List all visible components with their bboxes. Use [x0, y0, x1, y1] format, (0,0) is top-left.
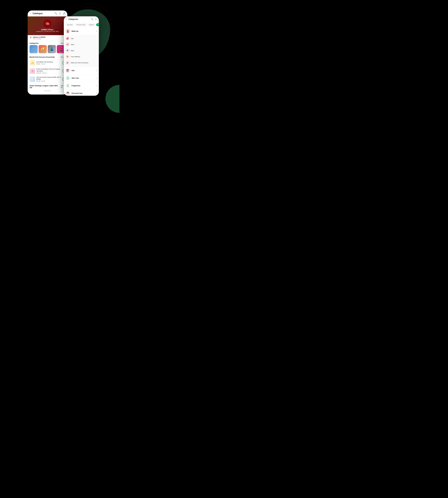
bottom-bar — [28, 89, 67, 92]
personal-care-section: 🧖 Personal Care ∨ — [64, 89, 99, 96]
hair-section: 💇 Hair ∨ — [64, 67, 99, 74]
fragrances-section-header[interactable]: 🧴 Fragrances ∨ — [64, 82, 99, 89]
product-name-amul: Amul Butter 100 g (Carton) — [36, 61, 61, 63]
product-name-ponds: Pond's Dreamflower Pink Lily Fragrant Ta… — [36, 68, 61, 72]
category-grid: 🛒 Groceries 🥑 Premium Fruits 👗 Fashion 💄… — [28, 45, 67, 55]
bag-icon: 🛍 — [46, 21, 49, 26]
categories-header: ← Categories 🔍 🛒 — [64, 16, 99, 22]
cat-groceries-label: Groceries — [30, 51, 38, 53]
deliver-section[interactable]: 📍 Deliver to 400020 Tap to change — [28, 35, 67, 41]
skincare-icon: 🧴 — [65, 76, 70, 80]
deliver-address: Deliver to 400020 — [33, 36, 45, 38]
product-info-amulkool: Amul Kool Kesar Flavoured Milk 180 ml (B… — [36, 76, 61, 82]
hair-chevron: ∨ — [96, 69, 97, 71]
categories-back-button[interactable]: ← — [65, 18, 67, 20]
hero-banner[interactable]: 🛍 JioMart Shop › Lowest Price , No Minim… — [28, 17, 67, 35]
header-icons: 🔍 🛒 🔗 — [54, 12, 65, 15]
lips-name: Lips — [71, 38, 74, 39]
lips-icon: 💋 — [65, 36, 70, 40]
skincare-section-header[interactable]: 🧴 Skin Care ∨ — [64, 74, 99, 82]
product-item: 🧈 Amul Butter 100 g (Carton) ₹56.00 ₹58.… — [30, 59, 65, 67]
catalogue-header: ← Catalogue 🔍 🛒 🔗 — [28, 11, 67, 17]
product-price-amul: ₹56.00 ₹58.00 — [36, 63, 61, 65]
search-icon[interactable]: 🔍 — [54, 12, 57, 15]
face-makeup-icon: 🎨 — [65, 54, 70, 59]
smart-section-header: Smart Savings League | Upto 50% Off See … — [28, 83, 67, 89]
face-makeup-name: Face Makeup — [71, 56, 80, 58]
categories-header-icons: 🔍 🛒 — [91, 18, 97, 20]
hair-name: Hair — [72, 69, 96, 71]
makeup-chevron-up: ∧ — [96, 30, 97, 32]
skincare-section: 🧴 Skin Care ∨ — [64, 74, 99, 82]
fragrances-icon: 🧴 — [65, 83, 70, 88]
categories-phone: ← Categories 🔍 🛒 Groceries Premium Fruit… — [64, 16, 99, 96]
category-fashion[interactable]: 👗 Fashion — [48, 45, 56, 53]
makeup-section: 💄 Make-Up ∧ 💋 Lips 💅 Nails 👁 — [64, 27, 99, 67]
cat-fashion-label: Fashion — [48, 51, 56, 53]
fragrances-chevron: ∨ — [96, 85, 97, 87]
catalogue-title: Catalogue — [32, 12, 54, 15]
fragrances-name: Fragrances — [72, 85, 96, 87]
product-item: 🌸 Pond's Dreamflower Pink Lily Fragrant … — [30, 67, 65, 75]
categories-search-icon[interactable]: 🔍 — [91, 18, 93, 20]
categories-cart-icon[interactable]: 🛒 — [95, 18, 97, 20]
hero-circle: 🛍 — [43, 19, 51, 28]
nails-name: Nails — [71, 44, 74, 45]
categories-section-title: Categories — [30, 42, 39, 44]
cat-premium-label: Premium Fruits — [39, 51, 47, 53]
product-list: 🧈 Amul Butter 100 g (Carton) ₹56.00 ₹58.… — [28, 59, 67, 83]
product-img-ponds: 🌸 — [30, 68, 35, 74]
sub-item-face-makeup[interactable]: 🎨 Face Makeup — [64, 54, 99, 60]
hair-section-header[interactable]: 💇 Hair ∨ — [64, 67, 99, 74]
hair-icon: 💇 — [65, 68, 70, 73]
catalogue-phone: ← Catalogue 🔍 🛒 🔗 🛍 JioMart Shop › Lowes… — [28, 11, 67, 95]
category-premium-fruits[interactable]: 🥑 Premium Fruits — [39, 45, 47, 53]
chip-beauty[interactable]: Beauty — [96, 23, 99, 26]
deliver-tap-change: Tap to change — [33, 38, 45, 39]
product-info-ponds: Pond's Dreamflower Pink Lily Fragrant Ta… — [36, 68, 61, 74]
categories-title: Categories — [68, 18, 91, 20]
hero-subtitle: Lowest Price , No Minimum Order Value — [36, 31, 59, 32]
sub-item-nails[interactable]: 💅 Nails — [64, 41, 99, 48]
product-img-amulkool: 🥛 — [30, 76, 35, 82]
back-button[interactable]: ← — [30, 12, 32, 15]
product-info-amul: Amul Butter 100 g (Carton) ₹56.00 ₹58.00 — [36, 61, 61, 65]
sub-item-eyes[interactable]: 👁 Eyes — [64, 48, 99, 54]
tools-icon: 🖌 — [65, 61, 70, 65]
skincare-chevron: ∨ — [96, 77, 97, 79]
product-price-amulkool: ₹22.00 ₹25.00 — [36, 80, 61, 82]
makeup-sub-items: 💋 Lips 💅 Nails 👁 Eyes 🎨 Face Makeup — [64, 35, 99, 67]
link-icon[interactable]: 🔗 — [63, 12, 65, 15]
personal-care-icon: 🧖 — [65, 91, 70, 96]
bottom-indicator — [44, 91, 51, 91]
chip-fashion[interactable]: Fashion — [88, 23, 95, 26]
makeup-section-header[interactable]: 💄 Make-Up ∧ — [64, 27, 99, 35]
category-groceries[interactable]: 🛒 Groceries — [30, 45, 38, 53]
product-price-ponds: ₹250.00 ₹380.00 — [36, 72, 61, 74]
cart-icon[interactable]: 🛒 — [59, 12, 61, 15]
skincare-name: Skin Care — [72, 77, 96, 79]
eyes-name: Eyes — [71, 50, 74, 51]
filter-chips: Groceries Premium Fruits Fashion Beauty — [64, 22, 99, 27]
makeup-icon: 💄 — [65, 29, 70, 33]
grocery-section-title: Month End Grocery Essentials — [30, 56, 55, 58]
chip-premium-fruits[interactable]: Premium Fruits — [75, 23, 87, 26]
product-item: 🥛 Amul Kool Kesar Flavoured Milk 180 ml … — [30, 75, 65, 83]
sub-item-tools[interactable]: 🖌 Make-Up Tools & Brushes — [64, 60, 99, 66]
category-list: 💄 Make-Up ∧ 💋 Lips 💅 Nails 👁 — [64, 27, 99, 96]
smart-section-title: Smart Savings League | Upto 50% Off — [30, 85, 61, 89]
eyes-icon: 👁 — [65, 49, 70, 53]
nails-icon: 💅 — [65, 42, 70, 47]
sub-item-lips[interactable]: 💋 Lips — [64, 35, 99, 41]
pin-icon: 📍 — [30, 37, 32, 39]
grocery-section-header: Month End Grocery Essentials See all — [28, 55, 67, 59]
deliver-text: Deliver to 400020 Tap to change — [33, 36, 45, 39]
product-name-amulkool: Amul Kool Kesar Flavoured Milk 180 ml (B… — [36, 76, 61, 80]
makeup-name: Make-Up — [72, 30, 96, 32]
personal-care-section-header[interactable]: 🧖 Personal Care ∨ — [64, 89, 99, 96]
personal-care-chevron: ∨ — [96, 92, 97, 94]
chip-groceries[interactable]: Groceries — [65, 23, 74, 26]
categories-section-header: Categories See all — [28, 41, 67, 45]
tools-name: Make-Up Tools & Brushes — [71, 62, 88, 64]
hero-title: JioMart Shop › — [41, 29, 54, 31]
